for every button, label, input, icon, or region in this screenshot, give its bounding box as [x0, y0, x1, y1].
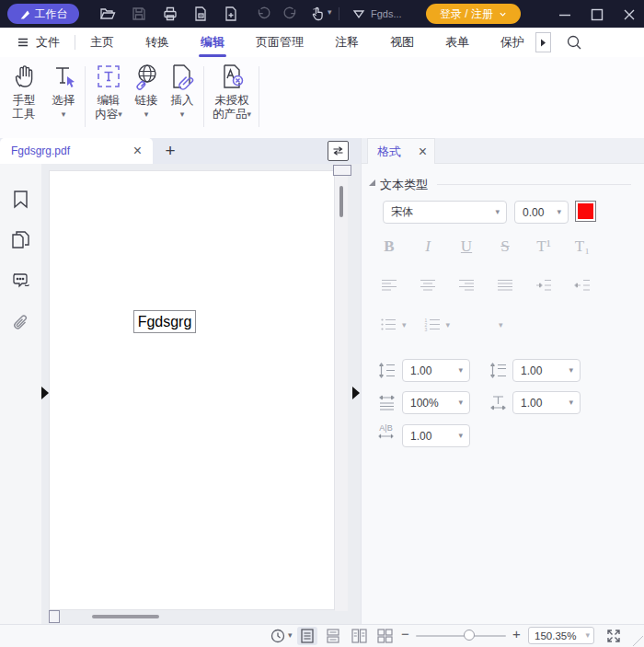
font-color-picker[interactable] — [575, 201, 596, 222]
char-spacing-select[interactable]: 1.00 — [512, 391, 581, 414]
tab-annotate[interactable]: 注释 — [335, 34, 359, 51]
two-page-scroll-view-button[interactable] — [374, 627, 395, 645]
italic-button[interactable]: I — [408, 237, 447, 256]
scrollbar-top-box[interactable] — [333, 165, 351, 176]
hand-tool-button[interactable]: 手型 工具 — [4, 63, 44, 121]
search-icon[interactable] — [566, 34, 582, 51]
tab-protect[interactable]: 保护 — [500, 34, 524, 51]
align-justify-button[interactable] — [486, 278, 524, 293]
tab-view[interactable]: 视图 — [390, 34, 414, 51]
unauthorized-product-button[interactable]: 未授权 的产品 — [208, 63, 256, 122]
increase-indent-button[interactable] — [524, 278, 563, 293]
file-menu[interactable]: 文件 — [17, 34, 60, 51]
add-page-icon[interactable] — [223, 6, 239, 22]
pen-logo-icon — [19, 8, 31, 20]
touch-mode-icon[interactable] — [309, 6, 326, 22]
bold-button[interactable]: B — [370, 237, 408, 256]
attachments-icon[interactable] — [11, 314, 30, 333]
decrease-indent-button[interactable] — [563, 278, 602, 293]
workspace-button[interactable]: 工作台 — [7, 4, 79, 24]
unauthorized-caret-icon — [247, 108, 251, 121]
format-tab-close-icon[interactable] — [419, 145, 427, 158]
history-caret-icon[interactable] — [288, 630, 293, 640]
window-resize-grip[interactable] — [632, 635, 643, 646]
vertical-scrollbar[interactable] — [335, 164, 348, 611]
undo-icon[interactable] — [255, 6, 271, 22]
minimize-button[interactable] — [557, 6, 573, 23]
list-style-caret-icon[interactable] — [499, 320, 503, 329]
pdf-page[interactable]: Fgdsgrg — [49, 170, 335, 610]
document-tab[interactable]: Fgdsgrg.pdf — [0, 138, 153, 164]
subscript-button[interactable]: T₁ — [563, 237, 602, 256]
edit-content-button[interactable]: 编辑 内容 — [89, 63, 128, 122]
align-left-button[interactable] — [370, 278, 408, 293]
new-tab-button[interactable] — [160, 141, 180, 161]
open-file-icon[interactable] — [99, 6, 116, 22]
format-tab-label: 格式 — [377, 144, 419, 160]
continuous-view-button[interactable] — [323, 627, 343, 645]
zoom-level-select[interactable]: 150.35% — [528, 627, 594, 644]
bullet-list-button[interactable] — [380, 318, 397, 331]
save-icon[interactable] — [131, 6, 147, 22]
numbered-list-button[interactable]: 1 2 3 — [424, 318, 442, 331]
vertical-scrollbar-thumb[interactable] — [339, 186, 343, 217]
extract-page-icon[interactable] — [192, 6, 209, 22]
zoom-slider-handle[interactable] — [464, 630, 475, 641]
tab-page-management[interactable]: 页面管理 — [256, 34, 304, 51]
tab-form[interactable]: 表单 — [445, 34, 469, 51]
format-tab[interactable]: 格式 — [367, 138, 435, 164]
font-size-select[interactable]: 0.00 — [514, 201, 569, 224]
align-center-button[interactable] — [408, 278, 447, 293]
swap-panel-button[interactable] — [328, 141, 349, 161]
redo-icon[interactable] — [282, 6, 299, 22]
scrollbar-bottom-box[interactable] — [49, 610, 60, 623]
bookmarks-icon[interactable] — [11, 190, 30, 209]
tab-home[interactable]: 主页 — [90, 34, 114, 51]
underline-button[interactable]: U — [447, 237, 486, 256]
left-panel-expand-arrow[interactable] — [41, 387, 49, 399]
right-panel-expand-arrow[interactable] — [352, 387, 360, 399]
horizontal-scale-caret-icon — [458, 398, 463, 407]
strikethrough-button[interactable]: S — [486, 237, 524, 256]
tab-convert[interactable]: 转换 — [145, 34, 169, 51]
kerning-caret-icon — [458, 431, 463, 440]
zoom-slider[interactable] — [416, 635, 506, 637]
page-thumbnails-icon[interactable] — [11, 230, 30, 249]
zoom-out-button[interactable] — [401, 626, 409, 641]
line-spacing-select[interactable]: 1.00 — [402, 359, 470, 382]
zoom-in-button[interactable] — [512, 626, 521, 641]
select-tool-button[interactable]: 选择 — [46, 63, 81, 122]
horizontal-scale-value: 100% — [410, 397, 458, 410]
numbered-list-caret-icon[interactable] — [446, 320, 451, 329]
section-collapse-icon[interactable] — [368, 179, 376, 187]
ribbon-toolbar: 手型 工具 选择 编辑 内容 — [0, 57, 644, 139]
comments-icon[interactable] — [11, 272, 30, 291]
maximize-button[interactable] — [589, 6, 605, 23]
horizontal-scrollbar-thumb[interactable] — [92, 615, 159, 618]
login-register-button[interactable]: 登录 / 注册 — [426, 4, 521, 24]
bullet-list-caret-icon[interactable] — [402, 320, 407, 329]
link-tool-button[interactable]: 链接 — [131, 63, 162, 122]
text-edit-box[interactable]: Fgdsgrg — [133, 310, 196, 333]
history-icon[interactable] — [270, 628, 286, 644]
touch-mode-caret-icon[interactable] — [328, 7, 332, 17]
format-panel: 格式 文本类型 宋体 0.00 B I U S T¹ T₁ — [361, 138, 644, 624]
print-icon[interactable] — [162, 6, 178, 22]
font-family-select[interactable]: 宋体 — [383, 201, 507, 224]
kerning-select[interactable]: 1.00 — [402, 424, 470, 447]
align-right-button[interactable] — [447, 278, 486, 293]
tab-edit[interactable]: 编辑 — [201, 34, 224, 51]
fullscreen-icon[interactable] — [605, 628, 622, 644]
menu-overflow-button[interactable] — [535, 32, 551, 52]
document-viewport[interactable]: Fgdsgrg — [41, 164, 361, 624]
insert-tool-button[interactable]: 插入 — [167, 63, 198, 122]
horizontal-scale-select[interactable]: 100% — [402, 391, 470, 414]
chevron-down-icon[interactable] — [351, 6, 367, 22]
close-button[interactable] — [621, 6, 638, 23]
paragraph-spacing-select[interactable]: 1.00 — [512, 359, 581, 382]
two-page-view-button[interactable] — [349, 627, 369, 645]
tab-close-icon[interactable] — [133, 144, 142, 157]
font-size-caret-icon — [557, 207, 561, 216]
single-page-view-button[interactable] — [297, 627, 317, 645]
superscript-button[interactable]: T¹ — [524, 237, 563, 256]
